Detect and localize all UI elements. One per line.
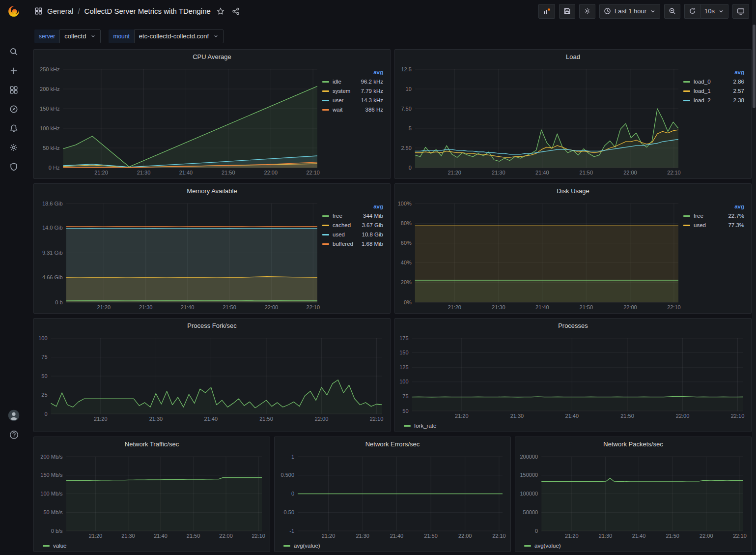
panel-title[interactable]: Network Packets/sec xyxy=(603,440,663,448)
panel-title[interactable]: Process Fork/sec xyxy=(187,322,236,329)
series-color-dash xyxy=(683,81,690,83)
admin-shield-icon[interactable] xyxy=(5,160,23,173)
configuration-gear-icon[interactable] xyxy=(5,141,23,154)
svg-text:100 Mb/s: 100 Mb/s xyxy=(40,491,63,497)
legend-series-name[interactable]: buffered xyxy=(333,241,353,247)
legend-series-name[interactable]: system xyxy=(333,88,350,94)
legend-avg-header[interactable]: avg xyxy=(683,204,744,209)
panel-header[interactable]: Network Packets/sec xyxy=(515,437,751,451)
add-panel-button[interactable] xyxy=(538,4,555,19)
svg-text:21:50: 21:50 xyxy=(259,416,273,422)
legend-item: buffered1.68 Mib xyxy=(322,241,383,247)
panel-title[interactable]: Load xyxy=(566,53,580,60)
legend-series-name[interactable]: idle xyxy=(333,79,341,85)
chevron-down-icon xyxy=(650,8,656,14)
panel-header[interactable]: Disk Usage xyxy=(395,184,751,198)
search-icon[interactable] xyxy=(5,45,23,58)
panel-title[interactable]: Memory Available xyxy=(187,187,237,195)
legend-series-name[interactable]: used xyxy=(694,222,706,228)
legend-series-name[interactable]: load_2 xyxy=(694,97,711,103)
svg-text:21:40: 21:40 xyxy=(179,170,193,175)
legend-series-name[interactable]: load_1 xyxy=(694,88,711,94)
svg-text:0%: 0% xyxy=(404,299,412,305)
svg-text:21:30: 21:30 xyxy=(492,304,505,310)
legend-series-name[interactable]: load_0 xyxy=(694,79,711,85)
dashboard-settings-button[interactable] xyxy=(579,4,595,19)
panel-memory-available: Memory Available 0 b4.66 Gib9.31 Gib14.0… xyxy=(33,183,391,314)
panel-header[interactable]: Network Traffic/sec xyxy=(34,437,270,451)
series-color-dash xyxy=(524,545,531,547)
series-color-dash xyxy=(683,90,690,92)
svg-text:21:50: 21:50 xyxy=(223,304,236,310)
legend-series-name[interactable]: free xyxy=(333,213,342,219)
panel-title[interactable]: Network Traffic/sec xyxy=(125,440,179,448)
variable-mount-label: mount xyxy=(109,29,134,43)
explore-compass-icon[interactable] xyxy=(5,103,23,116)
svg-text:200 Mb/s: 200 Mb/s xyxy=(40,454,63,460)
legend-series-name[interactable]: wait xyxy=(333,107,342,113)
dashboards-grid-icon[interactable] xyxy=(5,84,23,96)
grafana-logo[interactable] xyxy=(0,0,28,23)
panel-header[interactable]: Memory Available xyxy=(34,184,390,198)
panel-title[interactable]: Disk Usage xyxy=(557,187,589,195)
legend-series-name[interactable]: avg(value) xyxy=(534,543,561,549)
panel-title[interactable]: CPU Average xyxy=(193,53,231,60)
legend-series-name[interactable]: user xyxy=(333,97,343,103)
breadcrumb: General / CollectD Server Metrics with T… xyxy=(34,6,241,17)
svg-text:100%: 100% xyxy=(398,201,412,206)
svg-text:21:20: 21:20 xyxy=(322,533,336,539)
cycle-view-button[interactable] xyxy=(732,4,749,19)
packets-legend: avg(value) xyxy=(517,541,747,551)
variable-mount-dropdown[interactable]: etc-collectd-collectd.conf xyxy=(134,29,224,43)
panel-header[interactable]: Process Fork/sec xyxy=(34,319,390,332)
panel-header[interactable]: Network Errors/sec xyxy=(275,437,510,451)
legend-avg-header[interactable]: avg xyxy=(683,69,744,75)
legend-item: avg(value) xyxy=(283,543,320,549)
refresh-interval-picker[interactable]: 10s xyxy=(700,4,728,19)
legend-series-name[interactable]: fork_rate xyxy=(414,423,436,429)
scrollbar-thumb[interactable] xyxy=(753,25,756,108)
svg-text:60%: 60% xyxy=(401,240,412,246)
panel-title[interactable]: Processes xyxy=(558,322,588,329)
svg-text:175: 175 xyxy=(399,335,408,341)
create-plus-icon[interactable] xyxy=(5,64,23,77)
dashboard-title[interactable]: CollectD Server Metrics with TDengine xyxy=(84,7,211,15)
svg-text:0: 0 xyxy=(409,165,412,171)
legend-item: free22.7% xyxy=(683,213,744,219)
panel-header[interactable]: Processes xyxy=(395,319,751,332)
variable-server-value: collectd xyxy=(64,32,86,40)
user-avatar[interactable] xyxy=(5,409,23,422)
breadcrumb-folder[interactable]: General xyxy=(47,7,73,15)
svg-text:0: 0 xyxy=(535,528,538,534)
share-icon[interactable] xyxy=(230,6,241,17)
svg-text:200000: 200000 xyxy=(520,454,538,460)
network-traffic-chart: 0 b/s50 Mb/s100 Mb/s150 Mb/s200 Mb/s21:2… xyxy=(36,453,266,541)
help-icon[interactable] xyxy=(5,428,23,441)
legend-series-name[interactable]: value xyxy=(53,543,67,549)
dashboard-breadcrumb-icon[interactable] xyxy=(34,7,43,15)
save-dashboard-button[interactable] xyxy=(559,4,575,19)
variable-server-dropdown[interactable]: collectd xyxy=(59,29,101,43)
svg-text:0: 0 xyxy=(291,491,294,497)
svg-text:22:10: 22:10 xyxy=(667,170,681,175)
svg-text:21:30: 21:30 xyxy=(510,413,524,419)
legend-series-name[interactable]: avg(value) xyxy=(294,543,320,549)
svg-text:21:40: 21:40 xyxy=(535,170,549,175)
panel-header[interactable]: CPU Average xyxy=(34,50,390,63)
time-range-label: Last 1 hour xyxy=(615,7,646,15)
refresh-button[interactable] xyxy=(684,4,700,19)
panel-header[interactable]: Load xyxy=(395,50,751,63)
time-range-picker[interactable]: Last 1 hour xyxy=(599,4,660,19)
star-icon[interactable] xyxy=(215,6,226,17)
legend-avg-header[interactable]: avg xyxy=(322,69,383,75)
alerting-bell-icon[interactable] xyxy=(5,122,23,135)
scrollbar-track[interactable] xyxy=(752,0,756,555)
legend-series-value: 77.3% xyxy=(728,222,744,228)
legend-series-name[interactable]: free xyxy=(694,213,703,219)
legend-series-name[interactable]: used xyxy=(333,232,345,237)
legend-avg-header[interactable]: avg xyxy=(322,204,383,209)
panel-title[interactable]: Network Errors/sec xyxy=(365,440,420,448)
svg-text:22:10: 22:10 xyxy=(370,416,384,422)
legend-series-name[interactable]: cached xyxy=(333,222,351,228)
zoom-out-button[interactable] xyxy=(664,4,680,19)
